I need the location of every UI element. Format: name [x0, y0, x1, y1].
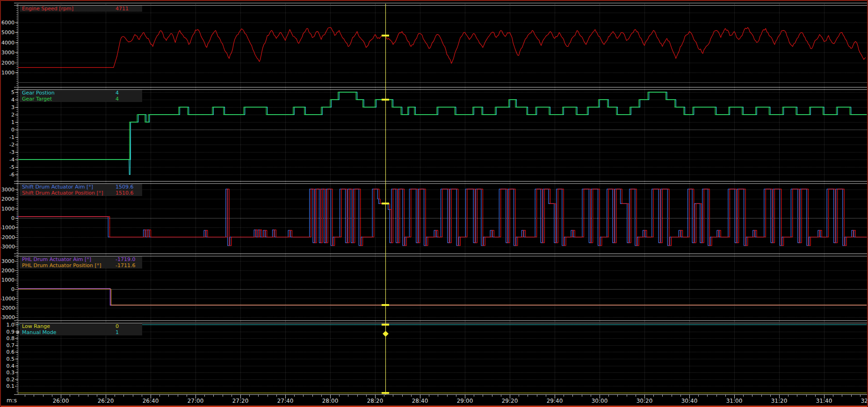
- time-minor-tick: [43, 395, 43, 397]
- y-axis-label: 0: [0, 216, 14, 221]
- y-axis-label: -3000: [0, 315, 14, 320]
- y-axis-label: 0.9: [0, 329, 14, 334]
- y-axis-tick: [15, 237, 18, 238]
- y-axis-tick: [15, 325, 18, 325]
- legend-row[interactable]: Engine Speed [rpm]4711: [20, 6, 142, 12]
- legend-row[interactable]: Low Range0: [20, 323, 142, 329]
- cursor-value-marker: [382, 304, 389, 306]
- y-axis-tick: [15, 43, 18, 43]
- time-minor-tick: [662, 395, 663, 397]
- cursor-value-marker: [382, 99, 389, 101]
- y-axis-label: 4: [0, 97, 14, 102]
- time-tick-label: 28:00: [316, 398, 344, 404]
- time-minor-tick: [860, 395, 861, 397]
- legend-cursor-value: 0: [116, 323, 119, 329]
- time-minor-tick: [159, 395, 160, 397]
- time-tick-label: 29:00: [451, 398, 479, 404]
- time-minor-tick: [294, 395, 295, 397]
- y-axis-tick: [15, 352, 18, 352]
- time-unit-label: m:s: [7, 397, 17, 404]
- time-minor-tick: [788, 395, 788, 397]
- y-axis-label: -3000: [0, 244, 14, 249]
- time-minor-tick: [79, 395, 79, 397]
- time-minor-tick: [339, 395, 340, 397]
- time-minor-tick: [384, 395, 384, 397]
- y-axis-tick: [15, 107, 18, 108]
- legend-row[interactable]: Gear Postion4: [20, 90, 142, 96]
- trace-plot-engine[interactable]: [0, 4, 868, 88]
- time-minor-tick: [123, 395, 124, 397]
- y-axis-tick: [15, 280, 18, 280]
- time-minor-tick: [456, 395, 456, 397]
- time-minor-tick: [636, 395, 636, 397]
- y-axis-tick: [15, 209, 18, 209]
- y-axis-tick: [15, 122, 18, 123]
- time-minor-tick: [627, 395, 627, 397]
- y-axis-label: -6: [0, 172, 14, 177]
- y-axis-label: 0.2: [0, 377, 14, 382]
- legend-cursor-value: -1719.0: [116, 256, 135, 262]
- time-minor-tick: [564, 395, 564, 397]
- cursor-value-marker: [382, 392, 389, 394]
- legend-cursor-value: 1510.6: [116, 190, 134, 196]
- time-minor-tick: [851, 395, 852, 397]
- time-minor-tick: [393, 395, 393, 397]
- legend-row[interactable]: PHL Drum Actuator Position [°]-1711.6: [20, 262, 142, 269]
- time-minor-tick: [231, 395, 232, 397]
- time-minor-tick: [115, 395, 115, 397]
- legend-channel-name: Shift Drum Actuator Position [°]: [22, 190, 103, 196]
- time-minor-tick: [582, 395, 582, 397]
- y-axis-tick: [15, 308, 18, 308]
- y-axis-label: 1: [0, 120, 14, 125]
- time-minor-tick: [204, 395, 205, 397]
- y-axis-label: 2: [0, 112, 14, 117]
- time-minor-tick: [537, 395, 537, 397]
- time-minor-tick: [716, 395, 717, 397]
- y-axis-label: 1000: [0, 277, 14, 283]
- legend-cursor-value: 4: [116, 96, 119, 102]
- time-minor-tick: [797, 395, 797, 397]
- legend-channel-name: Low Range: [22, 323, 50, 329]
- legend-row[interactable]: Manual Mode1: [20, 329, 142, 335]
- y-axis-label: 0: [0, 127, 14, 132]
- trace-plot-gear[interactable]: [0, 88, 868, 182]
- y-axis-tick: [15, 270, 18, 271]
- y-axis-tick: [15, 338, 18, 339]
- time-minor-tick: [348, 395, 348, 397]
- time-minor-tick: [743, 395, 744, 397]
- y-axis-label: 0: [0, 287, 14, 292]
- time-minor-tick: [178, 395, 178, 397]
- legend-row[interactable]: Shift Drum Actuator Position [°]1510.6: [20, 190, 142, 196]
- y-axis-tick: [15, 345, 18, 346]
- y-axis-label: 1000: [0, 206, 14, 211]
- y-axis-tick: [15, 63, 18, 63]
- legend-cursor-value: 4711: [116, 6, 129, 12]
- y-axis-label: 3000: [0, 50, 14, 55]
- time-minor-tick: [806, 395, 807, 397]
- time-tick-label: 30:20: [630, 398, 658, 404]
- time-minor-tick: [402, 395, 403, 397]
- cursor-value-marker: [382, 35, 389, 36]
- time-tick-label: 32:00: [855, 398, 868, 404]
- legend-row[interactable]: PHL Drum Actuator Aim [°]-1719.0: [20, 256, 142, 262]
- y-axis-tick: [15, 160, 18, 160]
- trace-phl-drum-aim: [18, 289, 867, 305]
- y-axis-label: 2000: [0, 268, 14, 273]
- channel-bullet-icon: [16, 331, 19, 334]
- time-minor-tick: [187, 395, 187, 397]
- y-axis-tick: [15, 137, 18, 138]
- time-minor-tick: [842, 395, 842, 397]
- y-axis-tick: [15, 152, 18, 153]
- time-minor-tick: [97, 395, 97, 397]
- legend-row[interactable]: Shift Drum Actuator Aim [°]1509.6: [20, 184, 142, 190]
- y-axis-tick: [15, 317, 18, 318]
- time-tick-label: 30:00: [586, 398, 614, 404]
- time-minor-tick: [546, 395, 546, 397]
- time-tick-label: 29:20: [496, 398, 524, 404]
- legend-channel-name: Gear Postion: [22, 90, 55, 96]
- y-axis-tick: [15, 115, 18, 115]
- legend-row[interactable]: Gear Target4: [20, 96, 142, 102]
- y-axis-tick: [15, 379, 18, 380]
- legend-channel-name: Shift Drum Actuator Aim [°]: [22, 184, 93, 190]
- legend-cursor-value: 1: [116, 329, 119, 335]
